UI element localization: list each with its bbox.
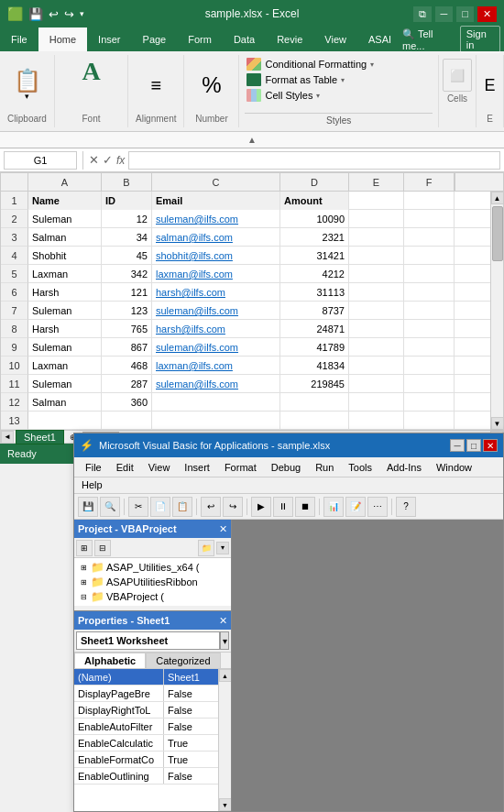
row-num-6[interactable]: 6 <box>1 283 28 302</box>
tree-item-asap2[interactable]: ⊞ 📁 ASAPUtilitiesRibbon <box>76 575 229 589</box>
props-value-displayrighttol[interactable]: False <box>164 702 218 718</box>
cell-b3[interactable]: 34 <box>102 228 152 247</box>
cell-d4[interactable]: 31421 <box>280 247 349 265</box>
formula-input[interactable] <box>128 151 500 170</box>
cell-b6[interactable]: 121 <box>102 283 152 302</box>
tab-formula[interactable]: Form <box>177 27 223 51</box>
row-num-8[interactable]: 8 <box>1 320 28 338</box>
row-num-4[interactable]: 4 <box>1 247 28 265</box>
cell-b9[interactable]: 867 <box>102 338 152 357</box>
sheet-tab-1[interactable]: Sheet1 <box>16 430 64 444</box>
cell-e13[interactable] <box>349 411 404 430</box>
cell-b7[interactable]: 123 <box>102 302 152 320</box>
vba-code-area[interactable] <box>232 520 503 811</box>
tab-review[interactable]: Revie <box>266 27 313 51</box>
cancel-formula-btn[interactable]: ✕ <box>89 153 99 167</box>
vba-tool-reset[interactable]: ⏹ <box>295 497 315 517</box>
vba-tool-userform[interactable]: 📝 <box>345 497 366 517</box>
row-num-2[interactable]: 2 <box>1 210 28 228</box>
cell-a2[interactable]: Suleman <box>28 210 102 228</box>
cell-e10[interactable] <box>349 357 404 375</box>
props-scroll-up[interactable]: ▲ <box>219 669 232 682</box>
cell-d8[interactable]: 24871 <box>280 320 349 338</box>
insert-function-btn[interactable]: fx <box>116 154 125 167</box>
cell-e5[interactable] <box>349 265 404 283</box>
cell-d3[interactable]: 2321 <box>280 228 349 247</box>
props-selector-input[interactable] <box>76 631 220 650</box>
col-header-e[interactable]: E <box>349 173 404 191</box>
props-row-name[interactable]: (Name) Sheet1 <box>74 669 218 686</box>
more-btn[interactable]: ▾ <box>80 9 84 18</box>
props-row-displayrighttol[interactable]: DisplayRightToL False <box>74 702 218 719</box>
row-num-9[interactable]: 9 <box>1 338 28 357</box>
cell-b13[interactable] <box>102 411 152 430</box>
editing-btn[interactable]: E <box>484 76 495 95</box>
cell-f11[interactable] <box>404 375 455 393</box>
props-row-enableformatco[interactable]: EnableFormatCo True <box>74 752 218 768</box>
cell-c12[interactable] <box>152 393 280 411</box>
cell-f4[interactable] <box>404 247 455 265</box>
cell-f7[interactable] <box>404 302 455 320</box>
scroll-down-btn[interactable]: ▼ <box>491 417 504 430</box>
cell-a1[interactable]: Name <box>28 192 102 210</box>
vba-menu-format[interactable]: Format <box>217 460 264 475</box>
project-scroll-btn[interactable]: ▾ <box>216 542 229 554</box>
cell-e3[interactable] <box>349 228 404 247</box>
tree-item-asap1[interactable]: ⊞ 📁 ASAP_Utilities_x64 ( <box>76 560 229 575</box>
cell-a9[interactable]: Suleman <box>28 338 102 357</box>
cell-a5[interactable]: Laxman <box>28 265 102 283</box>
row-num-7[interactable]: 7 <box>1 302 28 320</box>
cell-a8[interactable]: Harsh <box>28 320 102 338</box>
vba-menu-debug[interactable]: Debug <box>264 460 308 475</box>
vba-tool-copy[interactable]: 📄 <box>150 497 170 517</box>
row-num-10[interactable]: 10 <box>1 357 28 375</box>
cell-a7[interactable]: Suleman <box>28 302 102 320</box>
name-box[interactable] <box>4 151 77 170</box>
vba-tool-find[interactable]: 🔍 <box>100 497 120 517</box>
tab-asai[interactable]: ASAI <box>357 27 402 51</box>
clipboard-btn[interactable]: 📋 ▾ <box>9 67 46 104</box>
tab-view[interactable]: View <box>313 27 357 51</box>
cell-d10[interactable]: 41834 <box>280 357 349 375</box>
format-as-table-btn[interactable]: Format as Table ▾ <box>245 72 433 87</box>
project-tool-folder[interactable]: 📁 <box>198 540 214 556</box>
font-btn[interactable]: A <box>82 59 100 84</box>
vba-menu-edit[interactable]: Edit <box>109 460 141 475</box>
vba-tool-more[interactable]: ⋯ <box>367 497 388 517</box>
scroll-thumb[interactable] <box>492 206 503 261</box>
cell-e12[interactable] <box>349 393 404 411</box>
tab-data[interactable]: Data <box>223 27 266 51</box>
props-tab-alphabetic[interactable]: Alphabetic <box>74 653 146 668</box>
props-row-enableautofilter[interactable]: EnableAutoFilter False <box>74 719 218 735</box>
cell-c2[interactable]: suleman@ilfs.com <box>152 210 280 228</box>
row-num-12[interactable]: 12 <box>1 393 28 411</box>
maximize-btn[interactable]: □ <box>456 6 474 22</box>
close-btn[interactable]: ✕ <box>477 6 497 22</box>
cell-b8[interactable]: 765 <box>102 320 152 338</box>
props-value-enableoutlining[interactable]: False <box>164 768 218 784</box>
props-value-name[interactable]: Sheet1 <box>164 669 218 685</box>
cell-e1[interactable] <box>349 192 404 210</box>
cell-a10[interactable]: Laxman <box>28 357 102 375</box>
cell-f5[interactable] <box>404 265 455 283</box>
confirm-formula-btn[interactable]: ✓ <box>103 153 113 167</box>
vertical-scrollbar[interactable]: ▲ ▼ <box>490 192 503 430</box>
vba-tool-break[interactable]: ⏸ <box>273 497 293 517</box>
sign-in-btn[interactable]: Sign in <box>460 26 500 53</box>
vba-menu-window[interactable]: Window <box>429 460 479 475</box>
cell-f13[interactable] <box>404 411 455 430</box>
cell-b10[interactable]: 468 <box>102 357 152 375</box>
vba-minimize-btn[interactable]: ─ <box>450 439 465 452</box>
number-btn[interactable]: % <box>202 72 221 98</box>
cell-c5[interactable]: laxman@ilfs.com <box>152 265 280 283</box>
row-num-11[interactable]: 11 <box>1 375 28 393</box>
cell-f3[interactable] <box>404 228 455 247</box>
cell-f10[interactable] <box>404 357 455 375</box>
conditional-formatting-btn[interactable]: Conditional Formatting ▾ <box>245 57 433 71</box>
props-value-enablecalculation[interactable]: True <box>164 735 218 751</box>
vba-maximize-btn[interactable]: □ <box>466 439 481 452</box>
cell-f6[interactable] <box>404 283 455 302</box>
cell-c1[interactable]: Email <box>152 192 280 210</box>
cell-a12[interactable]: Salman <box>28 393 102 411</box>
cell-f8[interactable] <box>404 320 455 338</box>
